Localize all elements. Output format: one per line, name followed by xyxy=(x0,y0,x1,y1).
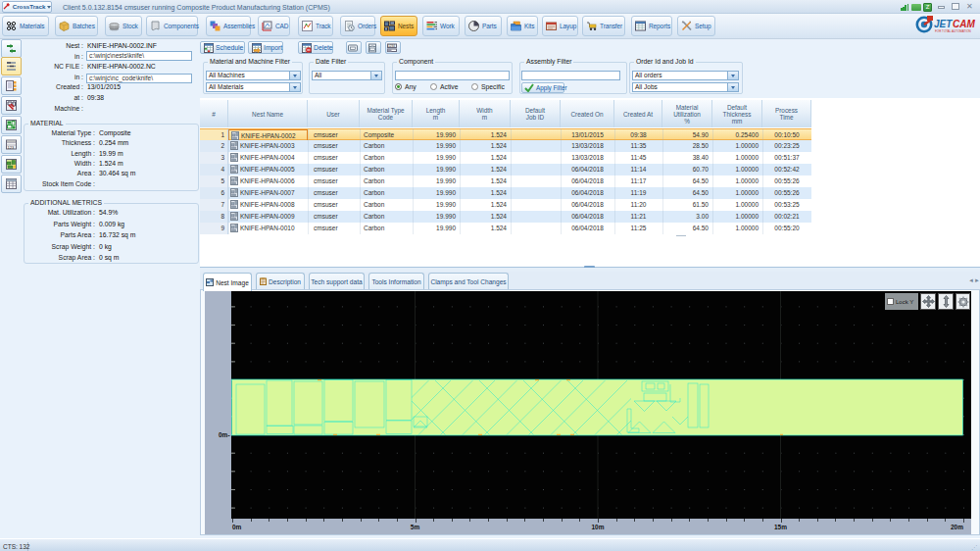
svg-text:123: 123 xyxy=(8,145,15,150)
svg-text:JET: JET xyxy=(934,19,953,29)
svg-text:CAM: CAM xyxy=(953,19,975,29)
svg-text:FOR TOTAL AUTOMATION: FOR TOTAL AUTOMATION xyxy=(935,29,971,33)
svg-text:1234: 1234 xyxy=(388,43,395,47)
